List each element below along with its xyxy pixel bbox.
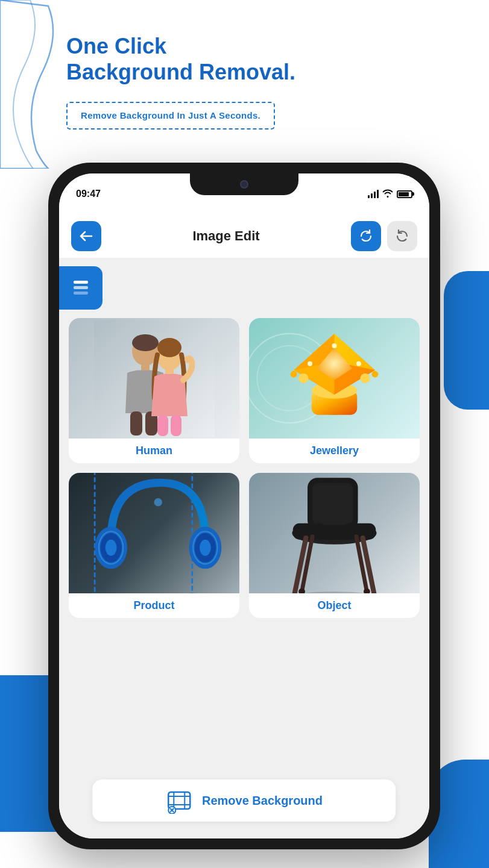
bg-decor-top-left	[0, 0, 54, 169]
category-card-human[interactable]: Human	[69, 318, 239, 463]
svg-point-27	[298, 373, 308, 383]
phone-wrapper: 09:47	[48, 163, 440, 849]
human-image	[69, 318, 239, 439]
header-right-buttons	[351, 221, 417, 251]
refresh-button[interactable]	[351, 221, 381, 251]
remove-bg-icon	[166, 787, 192, 814]
svg-point-5	[132, 334, 159, 351]
svg-point-33	[332, 343, 336, 348]
object-image	[249, 473, 420, 593]
svg-rect-55	[345, 523, 355, 538]
svg-rect-1	[74, 286, 88, 289]
svg-rect-0	[74, 281, 88, 284]
categories-grid: Human	[69, 318, 420, 618]
app-title: Image Edit	[192, 228, 259, 244]
notch-cutout	[190, 173, 298, 195]
svg-point-32	[356, 361, 361, 366]
svg-point-30	[371, 371, 378, 378]
remove-background-button[interactable]: Remove Background	[92, 779, 396, 822]
svg-point-48	[154, 498, 162, 506]
human-label: Human	[69, 439, 239, 463]
svg-point-42	[106, 540, 117, 556]
hero-section: One Click Background Removal. Remove Bac…	[66, 33, 295, 130]
svg-rect-54	[314, 523, 324, 538]
product-illustration	[69, 473, 239, 593]
jewellery-image	[249, 318, 420, 439]
svg-point-45	[200, 540, 211, 556]
status-bar: 09:47	[59, 173, 429, 214]
svg-point-31	[308, 361, 312, 366]
redo-button[interactable]	[387, 221, 417, 251]
sidebar-tab[interactable]	[59, 266, 103, 310]
jewellery-illustration	[249, 318, 420, 439]
phone-outer: 09:47	[48, 163, 440, 849]
svg-rect-7	[130, 411, 142, 436]
object-illustration	[249, 473, 420, 593]
status-time: 09:47	[76, 189, 101, 199]
product-image	[69, 473, 239, 593]
battery-icon	[397, 190, 412, 198]
object-label: Object	[249, 593, 420, 618]
back-button[interactable]	[71, 221, 101, 251]
hero-subtitle-box: Remove Background In Just A Seconds.	[66, 102, 275, 130]
category-card-product[interactable]: Product	[69, 473, 239, 618]
signal-icon	[368, 190, 379, 198]
svg-point-12	[185, 356, 192, 363]
product-label: Product	[69, 593, 239, 618]
svg-point-10	[157, 338, 181, 357]
remove-bg-label: Remove Background	[202, 794, 323, 808]
category-card-jewellery[interactable]: Jewellery	[249, 318, 420, 463]
app-body: Human	[59, 258, 429, 838]
status-icons	[368, 189, 412, 199]
wifi-icon	[382, 189, 393, 199]
phone-inner: 09:47	[59, 173, 429, 838]
svg-point-29	[291, 371, 297, 378]
jewellery-label: Jewellery	[249, 439, 420, 463]
svg-rect-53	[312, 482, 353, 525]
svg-point-28	[361, 373, 370, 383]
couple-illustration	[94, 320, 215, 437]
hero-subtitle: Remove Background In Just A Seconds.	[81, 110, 260, 120]
svg-rect-2	[74, 292, 88, 295]
blue-blob-right	[444, 271, 489, 410]
camera-dot	[240, 180, 248, 189]
app-header: Image Edit	[59, 214, 429, 258]
svg-rect-13	[157, 415, 168, 436]
svg-rect-14	[171, 415, 181, 436]
category-card-object[interactable]: Object	[249, 473, 420, 618]
hero-title: One Click Background Removal.	[66, 33, 295, 85]
